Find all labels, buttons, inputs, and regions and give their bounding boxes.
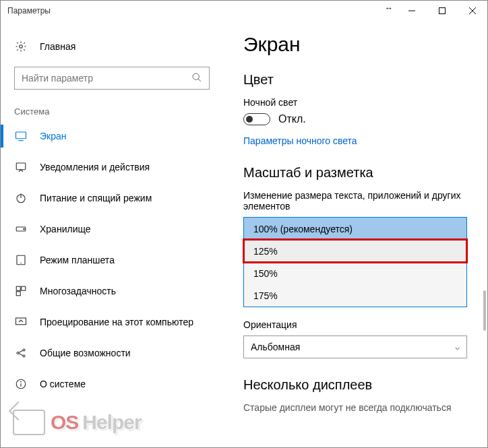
sidebar-item-projecting[interactable]: Проецирование на этот компьютер (1, 307, 223, 338)
sidebar-item-storage[interactable]: Хранилище (1, 214, 223, 245)
svg-rect-16 (16, 286, 20, 290)
notification-icon (14, 160, 28, 174)
home-button[interactable]: Главная (1, 33, 223, 67)
scale-option-100[interactable]: 100% (рекомендуется) (244, 218, 466, 240)
section-label: Система (1, 106, 223, 121)
sidebar-item-label: Уведомления и действия (40, 162, 150, 172)
scale-option-125[interactable]: 125% (244, 240, 466, 262)
multitask-icon (14, 284, 28, 298)
sidebar-item-display[interactable]: Экран (1, 121, 223, 152)
tablet-icon (14, 253, 28, 267)
sidebar-item-label: Многозадачность (40, 286, 116, 296)
page-title: Экран (243, 33, 467, 56)
svg-point-4 (20, 45, 23, 49)
sidebar-item-shared[interactable]: Общие возможности (1, 338, 223, 369)
sidebar-item-label: Общие возможности (40, 348, 131, 358)
watermark: OS Helper (13, 410, 142, 435)
scale-label: Изменение размера текста, приложений и д… (243, 190, 467, 212)
storage-icon (14, 222, 28, 236)
watermark-icon (13, 410, 45, 435)
sidebar: Главная Найти параметр Система Экран Уве… (1, 21, 223, 447)
main-panel: Экран Цвет Ночной свет Откл. Параметры н… (223, 21, 487, 447)
orientation-value: Альбомная (251, 342, 300, 352)
minimize-button[interactable] (396, 1, 427, 21)
svg-line-23 (19, 350, 23, 352)
sidebar-item-notifications[interactable]: Уведомления и действия (1, 152, 223, 183)
maximize-button[interactable] (427, 1, 457, 21)
svg-rect-1 (439, 8, 445, 14)
search-placeholder: Найти параметр (22, 73, 93, 84)
sidebar-item-label: О системе (40, 379, 86, 389)
truncated-text: Старые дисплеи могут не всегда подключат… (243, 402, 467, 413)
night-light-toggle[interactable] (243, 113, 270, 125)
info-icon (14, 377, 28, 391)
project-icon (14, 315, 28, 329)
chevron-down-icon: ⌵ (455, 342, 460, 352)
monitor-icon (14, 129, 28, 143)
sidebar-item-label: Хранилище (40, 224, 91, 234)
home-label: Главная (40, 41, 75, 52)
sidebar-item-label: Режим планшета (40, 255, 115, 265)
scale-option-175[interactable]: 175% (244, 284, 466, 307)
svg-line-6 (198, 79, 201, 82)
svg-point-22 (23, 355, 25, 357)
svg-rect-7 (16, 132, 26, 139)
sidebar-item-tablet[interactable]: Режим планшета (1, 245, 223, 276)
compact-overlay-icon[interactable]: ↔ (385, 3, 393, 13)
close-button[interactable] (457, 1, 487, 21)
sidebar-item-about[interactable]: О системе (1, 369, 223, 399)
search-icon (191, 72, 202, 85)
svg-rect-17 (22, 286, 26, 290)
scale-heading: Масштаб и разметка (243, 165, 467, 181)
color-heading: Цвет (243, 72, 467, 88)
search-input[interactable]: Найти параметр (14, 67, 210, 90)
svg-point-27 (21, 381, 22, 382)
sidebar-item-label: Проецирование на этот компьютер (40, 317, 193, 327)
scale-option-150[interactable]: 150% (244, 262, 466, 284)
svg-rect-9 (16, 163, 26, 170)
night-light-state: Откл. (278, 113, 306, 125)
sidebar-item-label: Питание и спящий режим (40, 193, 152, 203)
scale-dropdown[interactable]: 100% (рекомендуется) 125% 150% 175% (243, 217, 467, 307)
svg-point-21 (23, 349, 25, 351)
watermark-text-2: Helper (82, 411, 141, 434)
power-icon (14, 191, 28, 205)
sidebar-item-multitask[interactable]: Многозадачность (1, 276, 223, 307)
svg-rect-18 (16, 292, 20, 296)
window-title: Параметры (7, 6, 51, 15)
orientation-label: Ориентация (243, 319, 467, 330)
shared-icon (14, 346, 28, 360)
scrollbar[interactable] (483, 290, 486, 331)
svg-point-20 (17, 352, 19, 354)
svg-line-24 (19, 354, 23, 356)
sidebar-item-power[interactable]: Питание и спящий режим (1, 183, 223, 214)
window-controls (396, 1, 487, 21)
svg-point-5 (193, 73, 199, 79)
multi-display-heading: Несколько дисплеев (243, 377, 467, 393)
orientation-select[interactable]: Альбомная ⌵ (243, 335, 467, 358)
night-light-label: Ночной свет (243, 97, 467, 108)
svg-point-13 (24, 228, 25, 230)
svg-rect-19 (16, 318, 26, 325)
watermark-text-1: OS (51, 411, 78, 434)
gear-icon (14, 40, 28, 53)
night-light-settings-link[interactable]: Параметры ночного света (243, 135, 357, 146)
sidebar-item-label: Экран (40, 131, 67, 141)
